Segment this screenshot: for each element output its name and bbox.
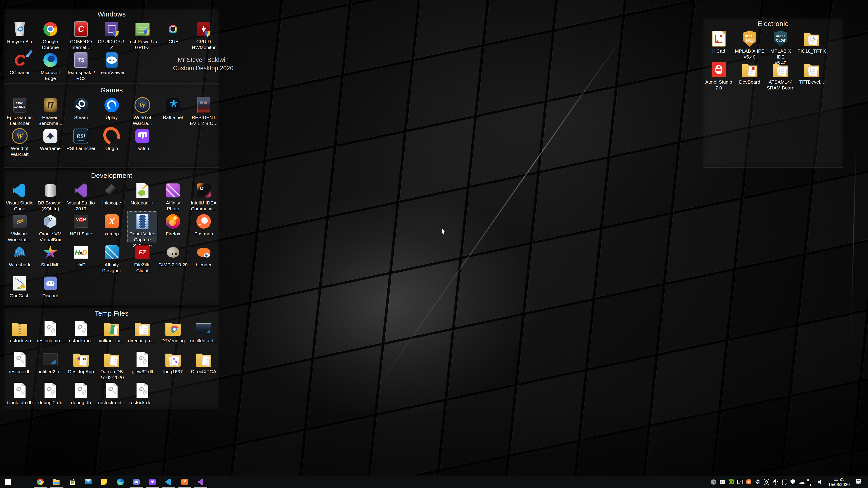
desktop-icon-battle-net[interactable]: Battle.net [158,95,188,126]
taskbar-button-mail[interactable] [80,476,96,488]
tray-icon-defender[interactable] [790,479,796,485]
desktop-icon-visual-studio-code[interactable]: Visual Studio Code [4,181,35,212]
taskbar-button-vs2019[interactable] [193,476,209,488]
desktop-icon-visual-studio-2019[interactable]: Visual Studio 2019 [66,181,96,212]
desktop-icon-intellij-idea-communit[interactable]: IntelliJ IDEA Communit... [189,181,219,212]
tray-icon-onedrive[interactable] [799,479,804,485]
taskbar-button-twitch[interactable] [145,476,160,488]
desktop-icon-ccleaner[interactable]: CCleaner [4,50,35,81]
desktop-icon-dtvending[interactable]: DTVending [158,318,188,349]
taskbar-button-task-view[interactable] [16,476,32,488]
desktop-icon-restock-db[interactable]: restock.db [4,349,35,380]
desktop-icon-untitled2-a[interactable]: untitled2.a... [35,349,65,380]
desktop-icon-glew32-dll[interactable]: glew32.dll [127,349,157,380]
desktop-icon-notepad[interactable]: Notepad++ [127,181,157,212]
desktop-icon-untitled-afd[interactable]: untitled.afd... [189,318,219,349]
desktop-icon-mplab-x-ipe-v5-40[interactable]: MPLAB X IPE v5.40 [735,29,765,60]
tray-icon-twitch[interactable] [737,479,743,485]
desktop-icon-discord[interactable]: Discord [35,273,65,304]
desktop-icon-oracle-vm-virtualbox[interactable]: Oracle VM VirtualBox [35,212,65,242]
action-center-button[interactable] [856,479,861,485]
tray-icon-skype[interactable] [711,479,716,485]
taskbar-button-xampp[interactable] [177,476,193,488]
desktop-icon-mplab-x-ide-v5-40[interactable]: MPLAB X IDE v5.40 [766,29,796,60]
taskbar-button-edge[interactable] [112,476,128,488]
desktop-icon-steam[interactable]: Steam [66,95,96,126]
tray-icon-microphone[interactable] [773,479,778,485]
desktop-icon-devboard[interactable]: DevBoard [735,60,765,91]
desktop-icon-origin[interactable]: Origin [96,126,127,157]
desktop-icon-atsam144-sram-board[interactable]: ATSAM144 SRAM Board [766,60,796,91]
desktop-icon-google-chrome[interactable]: Google Chrome [35,19,65,50]
desktop-icon-affinity-photo[interactable]: Affinity Photo [158,181,188,212]
taskbar-button-vscode[interactable] [160,476,177,488]
fence-title-development[interactable]: Development [4,170,219,181]
desktop-icon-tftdevel[interactable]: TFTDevel... [797,60,827,91]
fence-title-electronic[interactable]: Electronic [703,18,843,29]
tray-icon-usb[interactable] [781,479,787,485]
desktop-icon-nch-suite[interactable]: NCH Suite [66,212,96,242]
desktop-icon-comodo-internet[interactable]: COMODO Internet ... [66,19,96,50]
desktop-icon-desktopapp[interactable]: DesktopApp [66,349,96,380]
desktop-icon-lpng1637[interactable]: lpng1637 [158,349,188,380]
show-desktop-button[interactable] [865,476,867,488]
desktop-icon-vulkan-for[interactable]: vulkan_for... [96,318,127,349]
tray-icon-steam[interactable] [755,479,761,485]
desktop-icon-icue[interactable]: iCUE [158,19,188,50]
desktop-icon-teamspeak-2-rc2[interactable]: Teamspeak 2 RC2 [66,50,96,81]
desktop-icon-debug-2-db[interactable]: debug-2.db [35,380,65,411]
fence-title-tempfiles[interactable]: Temp Files [4,308,219,318]
desktop-icon-techpowerup-gpu-z[interactable]: TechPowerUp GPU-Z [127,19,157,50]
fence-title-games[interactable]: Games [4,85,219,95]
desktop-icon-vmware-workstati[interactable]: VMware Workstati... [4,212,35,242]
desktop-icon-cpuid-hwmonitor[interactable]: CPUID HWMonitor [189,19,219,50]
desktop-icon-rsi-launcher[interactable]: RSI Launcher [66,126,96,157]
desktop-icon-gnucash[interactable]: GnuCash [4,273,35,304]
desktop-icon-microsoft-edge[interactable]: Microsoft Edge [35,50,65,81]
desktop-icon-wireshark[interactable]: Wireshark [4,242,35,273]
tray-icon-nvidia[interactable] [728,479,734,485]
desktop-icon-pic18-tft-x[interactable]: PIC18_TFT.X [797,29,827,60]
desktop-icon-inkscape[interactable]: Inkscape [96,181,127,212]
desktop-icon-db-browser-sqlite[interactable]: DB Browser (SQLite) [35,181,65,212]
desktop-icon-epic-games-launcher[interactable]: Epic Games Launcher [4,95,35,126]
tray-icon-icue[interactable] [764,479,769,485]
taskbar-button-chrome[interactable] [32,476,48,488]
desktop-icon-restock-old[interactable]: restock-old... [96,380,127,411]
desktop-icon-uplay[interactable]: Uplay [96,95,127,126]
desktop-icon-world-of-warcra[interactable]: World of Warcra... [127,95,157,126]
desktop-icon-hxd[interactable]: HxD [66,242,96,273]
desktop-icon-gimp-2-10-20[interactable]: GIMP 2.10.20 [158,242,188,273]
desktop-icon-warframe[interactable]: Warframe [35,126,65,157]
desktop-icon-cpuid-cpu-z[interactable]: CPUID CPU-Z [96,19,127,50]
desktop-icon-debug-db[interactable]: debug.db [66,380,96,411]
taskbar-button-discord[interactable] [128,476,145,488]
desktop-icon-debut-video-capture-software[interactable]: Debut Video Capture Software [127,212,157,242]
desktop-icon-kicad[interactable]: KiCad [704,29,734,60]
tray-icon-volume[interactable] [817,479,822,485]
desktop-icon-blank-db-db[interactable]: blank_db.db [4,380,35,411]
tray-icon-xampp[interactable] [746,479,752,485]
desktop-icon-directx-proj[interactable]: directx_proj... [127,318,157,349]
desktop-icon-staruml[interactable]: StarUML [35,242,65,273]
tray-icon-network[interactable] [808,479,813,485]
desktop-icon-directxtga[interactable]: DirectXTGA [189,349,219,380]
start-button[interactable] [0,476,16,488]
desktop-icon-restock-mo[interactable]: restock.mo... [35,318,65,349]
tray-icon-discord[interactable] [720,479,725,485]
desktop-icon-postman[interactable]: Postman [189,212,219,242]
taskbar-button-explorer[interactable] [48,476,64,488]
desktop-icon-resident-evil-2-bio[interactable]: RESIDENT EVIL 2 BIO... [189,95,219,126]
desktop-icon-twitch[interactable]: Twitch [127,126,157,157]
desktop-icon-restock-mo[interactable]: restock.mo... [66,318,96,349]
desktop-icon-darren-db-27-02-2020[interactable]: Darren DB 27-02-2020 [96,349,127,380]
desktop-icon-atmel-studio-7-0[interactable]: Atmel Studio 7.0 [704,60,734,91]
taskbar-button-store[interactable] [64,476,80,488]
desktop-icon-blender[interactable]: blender [189,242,219,273]
desktop-icon-affinity-designer[interactable]: Affinity Designer [96,242,127,273]
desktop-icon-heaven-benchma[interactable]: Heaven Benchma... [35,95,65,126]
desktop-icon-firefox[interactable]: Firefox [158,212,188,242]
taskbar-button-notes[interactable] [96,476,112,488]
desktop-icon-world-of-warcraft[interactable]: World of Warcraft [4,126,35,157]
desktop-icon-filezilla-client[interactable]: FileZilla Client [127,242,157,273]
